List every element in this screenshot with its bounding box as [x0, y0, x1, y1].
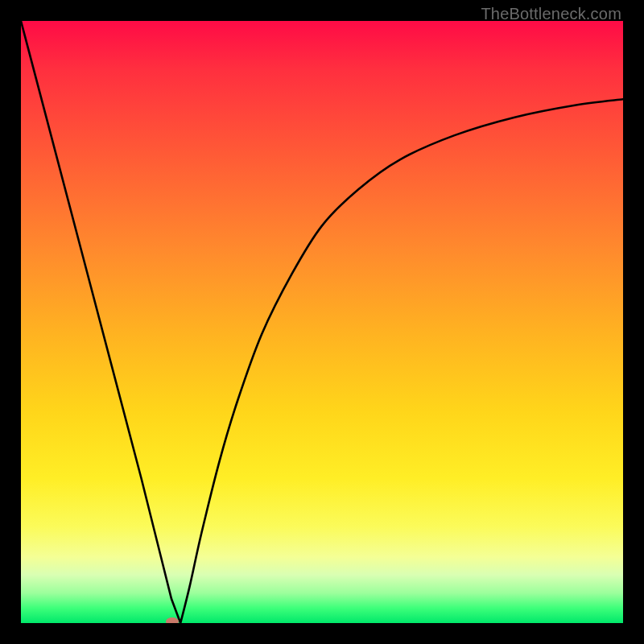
curve-path	[21, 21, 623, 623]
plot-area	[21, 21, 623, 623]
chart-frame: TheBottleneck.com	[0, 0, 644, 644]
bottleneck-curve	[21, 21, 623, 623]
watermark-text: TheBottleneck.com	[481, 5, 621, 23]
